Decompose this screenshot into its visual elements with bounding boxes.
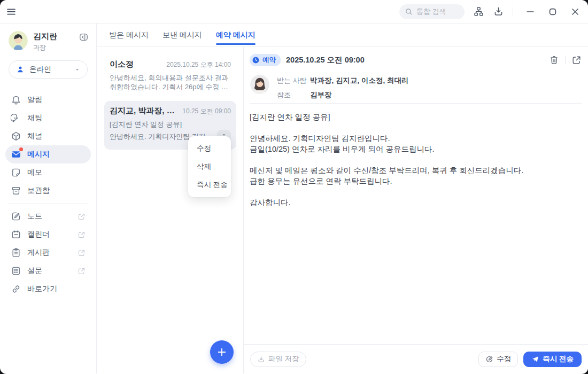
calendar-icon (11, 229, 21, 240)
new-message-button[interactable] (210, 340, 234, 364)
cc-value: 김부장 (310, 90, 332, 100)
sidebar-item-channel[interactable]: 채널 (5, 127, 91, 145)
cube-icon (11, 131, 21, 142)
message-time: 10.25 오전 09:00 (178, 107, 231, 116)
sidebar-item-note[interactable]: 노트 (5, 207, 91, 225)
bell-icon (11, 95, 21, 105)
message-time: 2025.10.25 오후 14:00 (162, 60, 231, 69)
open-external-icon[interactable] (571, 55, 582, 65)
external-link-icon (78, 249, 86, 257)
download-small-icon (257, 355, 265, 363)
tab-scheduled-messages[interactable]: 예약 메시지 (216, 24, 256, 46)
context-menu-edit[interactable]: 수정 (188, 139, 231, 158)
tab-label: 받은 메시지 (109, 30, 149, 40)
top-bar (0, 0, 588, 24)
save-file-label: 파일 저장 (268, 354, 299, 364)
send-now-label: 즉시 전송 (543, 354, 574, 364)
user-status-icon (16, 65, 25, 74)
search-icon (405, 7, 413, 15)
survey-icon (11, 266, 21, 276)
note-icon (11, 211, 21, 222)
external-link-icon (78, 213, 86, 221)
status-label: 온라인 (29, 65, 51, 74)
tab-received-messages[interactable]: 받은 메시지 (109, 24, 149, 46)
sidebar-item-survey[interactable]: 설문 (5, 262, 91, 280)
to-value: 박과장, 김지교, 이소정, 최대리 (310, 76, 409, 85)
save-file-button[interactable]: 파일 저장 (250, 352, 306, 367)
sidebar-item-calendar[interactable]: 캘린더 (5, 225, 91, 244)
profile-avatar[interactable] (9, 31, 28, 50)
edit-label: 수정 (497, 354, 511, 364)
message-preview-title: [김지란 연차 일정 공유] (110, 120, 231, 129)
memo-icon (11, 167, 21, 178)
message-sender: 김지교, 박과장, 이소정... (110, 106, 178, 116)
clock-icon (252, 56, 260, 64)
plus-icon (216, 347, 227, 357)
chevron-down-icon (74, 67, 80, 73)
sidebar-divider (9, 204, 88, 204)
org-chart-icon[interactable] (473, 6, 484, 17)
sidebar-item-label: 설문 (27, 266, 42, 276)
external-link-icon (78, 267, 86, 275)
profile-job-title: 과장 (33, 43, 57, 52)
sidebar-item-archive[interactable]: 보관함 (5, 182, 91, 200)
board-icon (11, 247, 21, 258)
sidebar-item-label: 알림 (27, 95, 42, 105)
send-now-button[interactable]: 즉시 전송 (523, 352, 582, 367)
message-list-item[interactable]: 이소정 2025.10.25 오후 14:00 안녕하세요, 회의내용과 설문조… (104, 54, 236, 98)
sidebar-item-label: 메시지 (27, 150, 50, 159)
sidebar-item-memo[interactable]: 메모 (5, 163, 91, 182)
send-icon (531, 355, 539, 363)
sidebar-item-label: 캘린더 (27, 230, 50, 239)
status-dropdown[interactable]: 온라인 (9, 60, 88, 79)
external-link-icon (78, 231, 86, 239)
sidebar-item-chat[interactable]: 채팅 (5, 109, 91, 127)
actions-divider (565, 56, 566, 64)
sidebar-item-label: 메모 (27, 168, 42, 177)
context-menu-send-now[interactable]: 즉시 전송 (188, 176, 231, 194)
maximize-button[interactable] (547, 6, 558, 17)
collapse-sidebar-icon[interactable] (79, 32, 89, 42)
sidebar-item-label: 채널 (27, 131, 42, 141)
chat-icon (11, 113, 21, 123)
global-search[interactable] (399, 4, 465, 19)
link-icon (11, 284, 21, 294)
hamburger-menu-icon[interactable] (5, 6, 17, 18)
cc-label: 참조 (277, 90, 310, 100)
profile-name: 김지란 (33, 32, 57, 42)
message-sender: 이소정 (110, 59, 134, 69)
trash-icon[interactable] (549, 55, 559, 65)
message-list: 이소정 2025.10.25 오후 14:00 안녕하세요, 회의내용과 설문조… (97, 47, 244, 373)
message-preview: 안녕하세요, 회의내용과 설문조사 결과 취합하였습니다. 기획서 26p에 수… (110, 74, 231, 91)
edit-button[interactable]: 수정 (478, 352, 518, 367)
detail-divider (250, 103, 582, 104)
tab-sent-messages[interactable]: 보낸 메시지 (163, 24, 202, 46)
message-body: [김지란 연차 일정 공유] 안녕하세요. 기획디자인팀 김지란입니다. 금일(… (250, 112, 582, 208)
sidebar-nav: 알림 채팅 채널 메시지 (0, 91, 96, 298)
sidebar-item-alarm[interactable]: 알림 (5, 91, 91, 109)
sidebar: 김지란 과장 온라인 알림 채팅 (0, 24, 97, 373)
close-button[interactable] (570, 6, 581, 17)
download-icon[interactable] (493, 6, 504, 17)
sidebar-item-label: 노트 (27, 212, 42, 221)
detail-footer: 파일 저장 수정 즉시 전송 (244, 344, 588, 373)
archive-icon (11, 185, 21, 196)
context-menu: 수정 삭제 즉시 전송 (188, 136, 231, 197)
sidebar-item-label: 게시판 (27, 248, 50, 258)
sidebar-item-message[interactable]: 메시지 (5, 145, 91, 163)
topbar-divider (513, 7, 513, 17)
sidebar-item-shortcut[interactable]: 바로가기 (5, 280, 91, 298)
context-menu-delete[interactable]: 삭제 (188, 158, 231, 176)
tab-label: 예약 메시지 (216, 30, 256, 40)
message-detail: 예약 2025.10.25 오전 09:00 (244, 47, 588, 373)
search-input[interactable] (416, 7, 459, 15)
to-label: 받는 사람 (277, 76, 310, 85)
profile-section: 김지란 과장 (0, 24, 96, 52)
sidebar-item-label: 보관함 (27, 186, 50, 196)
badge-label: 예약 (262, 56, 276, 65)
recipient-avatar (250, 75, 269, 94)
minimize-button[interactable] (525, 6, 536, 17)
scheduled-time: 2025.10.25 오전 09:00 (286, 55, 365, 65)
sidebar-item-label: 바로가기 (27, 284, 57, 294)
sidebar-item-board[interactable]: 게시판 (5, 244, 91, 262)
